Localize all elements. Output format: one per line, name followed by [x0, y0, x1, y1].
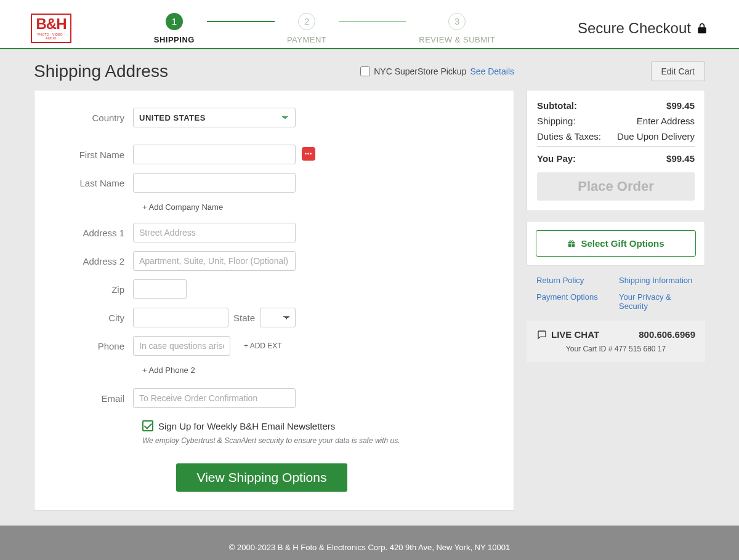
- page-title: Shipping Address: [34, 62, 168, 81]
- step-connector-2: [339, 21, 406, 22]
- help-links: Return Policy Shipping Information Payme…: [527, 266, 705, 321]
- shipping-info-link[interactable]: Shipping Information: [619, 276, 695, 285]
- state-select[interactable]: [260, 308, 296, 327]
- summary-divider: [537, 146, 695, 147]
- step-circle-3: 3: [448, 13, 466, 30]
- step-circle-1: 1: [166, 13, 183, 30]
- bh-logo[interactable]: B&H PHOTO · VIDEO · AUDIO: [31, 14, 71, 43]
- last-name-input[interactable]: [133, 173, 296, 193]
- page-body: Shipping Address NYC SuperStore Pickup S…: [0, 49, 739, 560]
- youpay-label: You Pay:: [537, 153, 576, 164]
- footer-text: © 2000-2023 B & H Foto & Electronics Cor…: [229, 543, 510, 552]
- newsletter-label: Sign Up for Weekly B&H Email Newsletters: [158, 421, 335, 431]
- shipping-label: Shipping:: [537, 116, 576, 126]
- newsletter-checkbox[interactable]: [142, 420, 153, 431]
- add-phone2-link[interactable]: + Add Phone 2: [142, 366, 195, 375]
- country-select[interactable]: UNITED STATES: [133, 108, 296, 127]
- live-chat-link[interactable]: LIVE CHAT: [536, 329, 599, 340]
- shipping-form-card: Country UNITED STATES First Name ••• Las…: [34, 90, 514, 511]
- lock-icon: [696, 22, 708, 35]
- step-label-1: SHIPPING: [154, 35, 195, 44]
- step-payment: 2 PAYMENT: [287, 13, 326, 44]
- step-circle-2: 2: [298, 13, 315, 30]
- contact-box: LIVE CHAT 800.606.6969 Your Cart ID # 47…: [527, 321, 705, 362]
- state-label: State: [233, 313, 255, 323]
- zip-input[interactable]: [133, 279, 187, 299]
- phone-label: Phone: [47, 341, 133, 351]
- shipping-value: Enter Address: [637, 116, 695, 126]
- select-gift-options-button[interactable]: Select Gift Options: [536, 230, 696, 257]
- cart-id: Your Cart ID # 477 515 680 17: [536, 345, 695, 353]
- duties-label: Duties & Taxes:: [537, 131, 601, 142]
- email-input[interactable]: [133, 388, 296, 408]
- add-ext-link[interactable]: + ADD EXT: [244, 342, 282, 350]
- step-shipping: 1 SHIPPING: [154, 13, 195, 44]
- secure-text: Secure Checkout: [578, 20, 691, 37]
- gift-button-label: Select Gift Options: [581, 238, 664, 249]
- payment-options-link[interactable]: Payment Options: [536, 292, 613, 311]
- see-details-link[interactable]: See Details: [470, 66, 514, 76]
- add-company-link[interactable]: + Add Company Name: [142, 202, 223, 212]
- contact-phone: 800.606.6969: [639, 329, 695, 340]
- live-chat-label: LIVE CHAT: [551, 329, 599, 340]
- last-name-label: Last Name: [47, 178, 133, 188]
- secure-checkout: Secure Checkout: [578, 20, 708, 37]
- security-disclaimer: We employ Cybertrust & ScanAlert securit…: [142, 436, 477, 445]
- place-order-button[interactable]: Place Order: [537, 172, 695, 201]
- step-label-3: REVIEW & SUBMIT: [419, 35, 495, 44]
- validation-error-icon: •••: [302, 147, 315, 161]
- newsletter-row[interactable]: Sign Up for Weekly B&H Email Newsletters: [142, 420, 477, 431]
- logo-main: B&H: [36, 17, 67, 31]
- checkout-stepper: 1 SHIPPING 2 PAYMENT 3 REVIEW & SUBMIT: [154, 13, 495, 44]
- edit-cart-button[interactable]: Edit Cart: [651, 62, 705, 81]
- step-connector-1: [207, 21, 275, 22]
- country-label: Country: [47, 113, 133, 123]
- step-label-2: PAYMENT: [287, 35, 326, 44]
- gift-icon: [567, 239, 576, 248]
- nyc-pickup-row: NYC SuperStore Pickup See Details: [360, 66, 514, 76]
- address2-label: Address 2: [47, 256, 133, 266]
- first-name-input[interactable]: [133, 145, 296, 164]
- address2-input[interactable]: [133, 251, 296, 271]
- city-label: City: [47, 313, 133, 323]
- step-review: 3 REVIEW & SUBMIT: [419, 13, 495, 44]
- address1-input[interactable]: [133, 223, 296, 242]
- address1-label: Address 1: [47, 228, 133, 238]
- email-label: Email: [47, 393, 133, 404]
- nyc-pickup-checkbox[interactable]: [360, 66, 370, 76]
- order-summary-card: Subtotal: $99.45 Shipping: Enter Address…: [527, 90, 705, 211]
- return-policy-link[interactable]: Return Policy: [536, 276, 613, 285]
- shipping-form-column: Shipping Address NYC SuperStore Pickup S…: [34, 62, 514, 511]
- nyc-pickup-label: NYC SuperStore Pickup: [374, 66, 466, 76]
- city-input[interactable]: [133, 308, 228, 327]
- order-summary-column: Edit Cart Subtotal: $99.45 Shipping: Ent…: [527, 62, 705, 362]
- duties-value: Due Upon Delivery: [617, 131, 695, 142]
- gift-options-card: Select Gift Options: [527, 221, 705, 266]
- logo-tag: PHOTO · VIDEO · AUDIO: [32, 33, 70, 40]
- header: B&H PHOTO · VIDEO · AUDIO 1 SHIPPING 2 P…: [0, 0, 739, 49]
- subtotal-label: Subtotal:: [537, 100, 577, 111]
- privacy-link[interactable]: Your Privacy & Security: [619, 292, 695, 311]
- footer: © 2000-2023 B & H Foto & Electronics Cor…: [0, 526, 739, 560]
- zip-label: Zip: [47, 284, 133, 295]
- phone-input[interactable]: [133, 336, 230, 356]
- youpay-value: $99.45: [666, 153, 695, 164]
- view-shipping-options-button[interactable]: View Shipping Options: [176, 463, 348, 492]
- subtotal-value: $99.45: [666, 100, 695, 111]
- chat-icon: [536, 330, 547, 340]
- first-name-label: First Name: [47, 150, 133, 160]
